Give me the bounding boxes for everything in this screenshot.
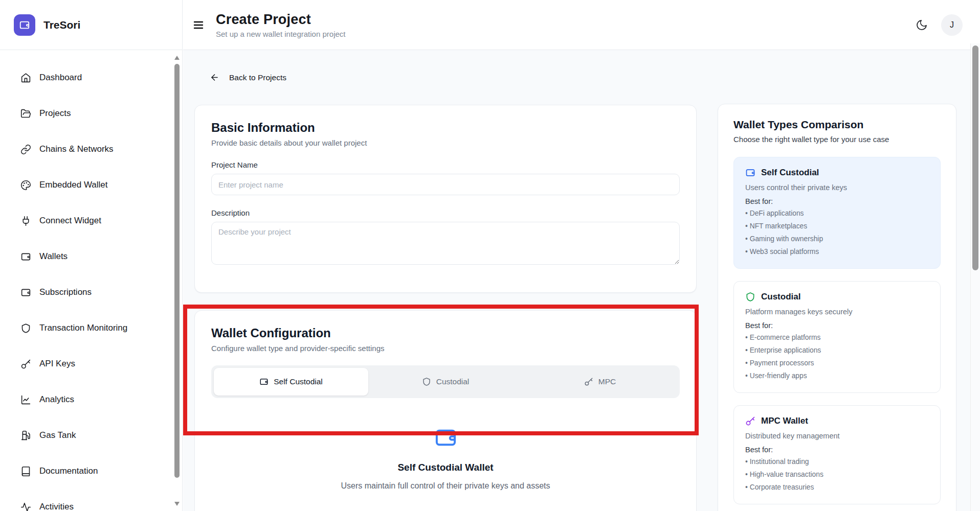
comparison-column: Wallet Types Comparison Choose the right… <box>718 104 956 511</box>
brand[interactable]: TreSori <box>0 0 182 50</box>
best-for-item: • E-commerce platforms <box>745 331 929 344</box>
folder-icon <box>20 108 31 119</box>
header-titles: Create Project Set up a new wallet integ… <box>216 12 345 38</box>
wallet-type-tab[interactable]: MPC <box>523 368 677 396</box>
wallet-icon <box>19 19 30 31</box>
wallet-type-tab[interactable]: Self Custodial <box>214 368 368 396</box>
basic-information-title: Basic Information <box>211 121 680 135</box>
wallet-type-tab[interactable]: Custodial <box>368 368 523 396</box>
description-textarea[interactable] <box>211 222 680 265</box>
scroll-up-arrow-icon[interactable] <box>174 56 180 60</box>
best-for-label: Best for: <box>745 321 929 330</box>
best-for-list: • DeFi applications • NFT marketplaces •… <box>745 207 929 258</box>
back-to-projects-link[interactable]: Back to Projects <box>210 73 286 82</box>
plug-icon <box>20 216 31 226</box>
key-icon <box>584 377 593 386</box>
sidebar-item-label: Gas Tank <box>39 430 76 440</box>
sidebar-item[interactable]: Wallets <box>0 239 182 274</box>
chart-icon <box>20 394 31 405</box>
avatar[interactable]: J <box>941 14 963 36</box>
sidebar-item[interactable]: Activities <box>0 489 182 511</box>
wallet-icon <box>434 426 458 450</box>
arrow-left-icon <box>210 73 219 82</box>
selected-wallet-type-preview: Self Custodial Wallet Users maintain ful… <box>211 426 680 491</box>
page-scrollbar-thumb[interactable] <box>972 45 978 270</box>
sidebar-item[interactable]: Gas Tank <box>0 417 182 453</box>
sidebar-item[interactable]: Embedded Wallet <box>0 167 182 203</box>
book-icon <box>20 466 31 477</box>
best-for-item: • Institutional trading <box>745 455 929 468</box>
sidebar-item[interactable]: API Keys <box>0 346 182 382</box>
moon-icon[interactable] <box>916 19 928 31</box>
sidebar-item[interactable]: Transaction Monitoring <box>0 310 182 346</box>
palette-icon <box>20 180 31 191</box>
best-for-item: • Payment processors <box>745 357 929 369</box>
sidebar-item-label: Dashboard <box>39 73 82 83</box>
sidebar-item-label: Transaction Monitoring <box>39 323 127 333</box>
menu-icon <box>192 19 205 31</box>
best-for-item: • Web3 social platforms <box>745 245 929 258</box>
sidebar-item[interactable]: Subscriptions <box>0 274 182 310</box>
form-column: Basic Information Provide basic details … <box>194 105 697 511</box>
key-icon <box>745 416 755 426</box>
best-for-label: Best for: <box>745 197 929 205</box>
sidebar-item[interactable]: Projects <box>0 96 182 131</box>
fuel-icon <box>20 430 31 441</box>
sidebar-item[interactable]: Dashboard <box>0 60 182 96</box>
back-link-label: Back to Projects <box>229 73 286 82</box>
wallet-type-description: Users control their private keys <box>745 183 929 192</box>
sidebar-item-label: Activities <box>39 502 74 511</box>
best-for-list: • Institutional trading • High-value tra… <box>745 455 929 494</box>
comparison-subtitle: Choose the right wallet type for your us… <box>733 135 941 144</box>
key-icon <box>20 359 31 369</box>
sidebar-nav: Dashboard Projects Chains & Networks Emb… <box>0 50 182 511</box>
sidebar-item-label: Embedded Wallet <box>39 180 108 190</box>
best-for-item: • NFT marketplaces <box>745 220 929 233</box>
selected-type-description: Users maintain full control of their pri… <box>341 481 550 491</box>
brand-logo <box>14 14 35 36</box>
sidebar-item-label: Subscriptions <box>39 287 92 297</box>
home-icon <box>20 73 31 83</box>
project-name-label: Project Name <box>211 160 680 169</box>
activity-icon <box>20 502 31 511</box>
link-icon <box>20 144 31 155</box>
best-for-label: Best for: <box>745 446 929 454</box>
basic-information-subtitle: Provide basic details about your wallet … <box>211 138 680 147</box>
sidebar-item-label: Chains & Networks <box>39 144 114 154</box>
shield-icon <box>745 292 755 302</box>
wallet-configuration-subtitle: Configure wallet type and provider-speci… <box>211 344 680 353</box>
basic-information-card: Basic Information Provide basic details … <box>194 105 697 293</box>
tab-label: Self Custodial <box>274 377 323 386</box>
page-title: Create Project <box>216 12 345 28</box>
sidebar-item-label: Documentation <box>39 466 98 476</box>
wallet-icon <box>745 168 755 178</box>
best-for-item: • DeFi applications <box>745 207 929 220</box>
comparison-title: Wallet Types Comparison <box>733 119 941 131</box>
sidebar-scrollbar[interactable] <box>174 53 180 509</box>
wallet-type-title: Custodial <box>761 292 800 302</box>
wallet-type-card: MPC Wallet Distributed key management Be… <box>733 405 941 504</box>
sidebar-item-label: Wallets <box>39 251 68 262</box>
sidebar: TreSori Dashboard Projects Chains & Netw… <box>0 0 183 511</box>
sidebar-scrollbar-thumb[interactable] <box>174 64 180 478</box>
selected-type-heading: Self Custodial Wallet <box>397 462 493 473</box>
sidebar-item[interactable]: Documentation <box>0 453 182 489</box>
sidebar-item-label: Analytics <box>39 394 74 405</box>
sidebar-item-label: Projects <box>39 108 71 119</box>
best-for-item: • Corporate treasuries <box>745 481 929 494</box>
wallet-type-description: Distributed key management <box>745 432 929 440</box>
sidebar-item[interactable]: Analytics <box>0 382 182 417</box>
brand-name: TreSori <box>43 19 80 31</box>
hamburger-menu-button[interactable] <box>188 15 209 35</box>
main-content: Back to Projects Basic Information Provi… <box>183 50 980 511</box>
wallet-type-description: Platform manages keys securely <box>745 308 929 316</box>
tab-label: Custodial <box>436 377 470 386</box>
sidebar-item[interactable]: Connect Widget <box>0 203 182 239</box>
best-for-item: • High-value transactions <box>745 468 929 481</box>
sidebar-item[interactable]: Chains & Networks <box>0 131 182 167</box>
scroll-down-arrow-icon[interactable] <box>174 502 180 506</box>
wallet-icon <box>20 287 31 298</box>
project-name-input[interactable] <box>211 174 680 195</box>
page-scrollbar[interactable] <box>970 43 980 511</box>
wallet-icon <box>259 377 269 386</box>
